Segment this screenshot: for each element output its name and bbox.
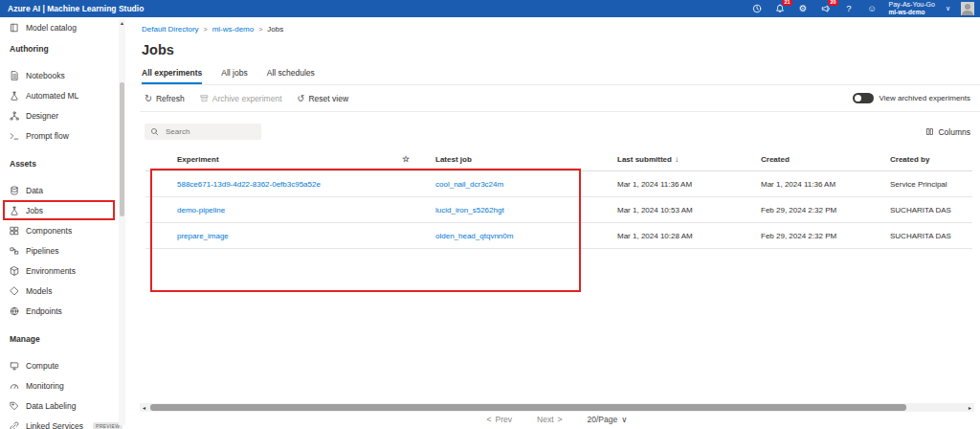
tab-all-experiments[interactable]: All experiments — [142, 68, 202, 84]
created-by-cell: SUCHARITA DAS — [890, 232, 972, 240]
sidebar-item-label: Models — [26, 286, 52, 296]
sidebar-item-data[interactable]: Data — [0, 180, 132, 200]
sidebar-item-label: Data — [26, 186, 43, 195]
experiment-link[interactable]: 588ce671-13d9-4d22-8362-0efb3c95a52e — [145, 180, 402, 189]
cube-icon — [10, 266, 19, 276]
sidebar-item-pipelines[interactable]: Pipelines — [0, 240, 132, 260]
sidebar-item-designer[interactable]: Designer — [0, 105, 132, 125]
monitor-icon — [10, 361, 19, 371]
latest-job-link[interactable]: olden_head_qtqvnn0m — [435, 232, 617, 240]
sidebar-item-models[interactable]: Models — [0, 281, 132, 301]
notifications-bell-icon[interactable]: 21 — [774, 3, 787, 15]
favorite-star-icon[interactable]: ☆ — [402, 154, 435, 164]
breadcrumb-directory[interactable]: Default Directory — [142, 25, 199, 34]
prev-page-button[interactable]: < Prev — [487, 415, 512, 424]
sidebar-item-label: Compute — [26, 361, 59, 371]
search-input[interactable] — [164, 126, 256, 137]
table-row[interactable]: prepare_image olden_head_qtqvnn0m Mar 1,… — [145, 223, 972, 249]
scroll-up-icon[interactable]: ▲ — [119, 19, 125, 27]
reset-view-button[interactable]: ↺ Reset view — [298, 94, 349, 103]
archived-toggle-group: View archived experiments — [853, 93, 970, 103]
breadcrumb-workspace[interactable]: ml-ws-demo — [212, 25, 255, 34]
search-box[interactable] — [145, 124, 261, 140]
sidebar-item-label: Monitoring — [26, 381, 64, 391]
page-size-select[interactable]: 20/Page ∨ — [588, 415, 628, 424]
tab-all-schedules[interactable]: All schedules — [267, 68, 315, 84]
reset-icon: ↺ — [298, 94, 305, 103]
header-created-by[interactable]: Created by — [890, 155, 972, 164]
announcements-megaphone-icon[interactable]: 20 — [820, 3, 833, 15]
breadcrumb-separator-icon: > — [258, 26, 262, 33]
scroll-right-icon[interactable]: ► — [966, 403, 974, 412]
clock-icon[interactable] — [751, 3, 764, 15]
last-submitted-cell: Mar 1, 2024 10:53 AM — [617, 206, 761, 214]
sidebar-item-endpoints[interactable]: Endpoints — [0, 301, 132, 321]
sidebar-item-label: Jobs — [26, 206, 43, 215]
sidebar-item-label: Model catalog — [26, 23, 77, 33]
sidebar-section-authoring: Authoring — [0, 38, 132, 58]
refresh-button[interactable]: ↻ Refresh — [145, 94, 185, 103]
sidebar-item-automated-ml[interactable]: Automated ML — [0, 85, 132, 105]
last-submitted-cell: Mar 1, 2024 11:36 AM — [617, 180, 761, 189]
reset-label: Reset view — [308, 94, 348, 103]
horizontal-scrollbar[interactable]: ◄ ► — [140, 403, 974, 412]
archive-experiment-button[interactable]: Archive experiment — [200, 94, 282, 103]
next-label: Next — [537, 415, 553, 424]
page-title: Jobs — [140, 42, 980, 57]
page-size-label: 20/Page — [588, 415, 618, 424]
sidebar-item-environments[interactable]: Environments — [0, 260, 132, 281]
sidebar-item-components[interactable]: Components — [0, 220, 132, 240]
tab-all-jobs[interactable]: All jobs — [221, 68, 247, 84]
header-experiment[interactable]: Experiment — [145, 155, 402, 164]
experiment-link[interactable]: demo-pipeline — [145, 206, 402, 214]
columns-icon — [925, 127, 934, 136]
scroll-left-icon[interactable]: ◄ — [140, 403, 148, 412]
announcements-badge: 20 — [828, 0, 837, 6]
account-info[interactable]: Pay-As-You-Go ml-ws-demo — [889, 1, 935, 16]
feedback-smiley-icon[interactable]: ☺ — [866, 3, 879, 15]
sidebar-item-label: Components — [26, 226, 72, 236]
header-last-submitted[interactable]: Last submitted↓ — [617, 155, 761, 164]
breadcrumb: Default Directory > ml-ws-demo > Jobs — [140, 17, 980, 34]
sidebar-scrollbar[interactable]: ▲ — [119, 19, 125, 425]
latest-job-link[interactable]: lucid_iron_s5262hgt — [435, 206, 617, 214]
header-last-submitted-label: Last submitted — [617, 155, 672, 164]
sidebar-item-jobs[interactable]: Jobs — [0, 200, 132, 220]
latest-job-link[interactable]: cool_nail_dcr3c24m — [435, 180, 617, 189]
sidebar-item-compute[interactable]: Compute — [0, 355, 132, 375]
columns-button[interactable]: Columns — [925, 127, 970, 137]
created-by-cell: Service Principal — [890, 180, 972, 189]
flask-icon — [10, 91, 19, 101]
table-row[interactable]: 588ce671-13d9-4d22-8362-0efb3c95a52e coo… — [145, 171, 972, 197]
view-archived-toggle[interactable] — [853, 93, 874, 103]
sidebar-item-label: Linked Services — [26, 421, 83, 429]
sidebar-scrollbar-thumb[interactable] — [120, 82, 124, 216]
refresh-icon: ↻ — [145, 94, 152, 103]
account-chevron-down-icon[interactable]: ∨ — [946, 5, 950, 12]
sidebar-item-label: Data Labeling — [26, 401, 76, 411]
terminal-icon — [10, 131, 19, 141]
document-icon — [10, 71, 19, 80]
table-row[interactable]: demo-pipeline lucid_iron_s5262hgt Mar 1,… — [145, 197, 972, 223]
breadcrumb-separator-icon: > — [204, 26, 208, 33]
sidebar-item-prompt-flow[interactable]: Prompt flow — [0, 125, 132, 146]
command-bar: ↻ Refresh Archive experiment ↺ Reset vie… — [140, 84, 980, 112]
archive-label: Archive experiment — [212, 94, 282, 103]
experiment-link[interactable]: prepare_image — [145, 232, 402, 240]
next-page-button[interactable]: Next > — [537, 415, 562, 424]
refresh-label: Refresh — [156, 94, 185, 103]
header-created[interactable]: Created — [761, 155, 890, 164]
topbar-actions: 21 ⚙ 20 ? ☺ Pay-As-You-Go ml-ws-demo ∨ — [751, 1, 975, 16]
sidebar-item-monitoring[interactable]: Monitoring — [0, 375, 132, 395]
horizontal-scrollbar-thumb[interactable] — [150, 404, 906, 411]
sidebar-item-data-labeling[interactable]: Data Labeling — [0, 395, 132, 416]
sidebar-item-linked-services[interactable]: Linked Services PREVIEW — [0, 416, 132, 429]
avatar[interactable] — [961, 2, 974, 15]
app-title: Azure AI | Machine Learning Studio — [8, 4, 144, 13]
header-latest-job[interactable]: Latest job — [435, 155, 617, 164]
settings-gear-icon[interactable]: ⚙ — [797, 3, 810, 15]
sidebar-item-model-catalog[interactable]: Model catalog — [0, 17, 132, 37]
help-icon[interactable]: ? — [843, 3, 856, 15]
sidebar-item-notebooks[interactable]: Notebooks — [0, 65, 132, 85]
nodes-icon — [10, 111, 19, 121]
